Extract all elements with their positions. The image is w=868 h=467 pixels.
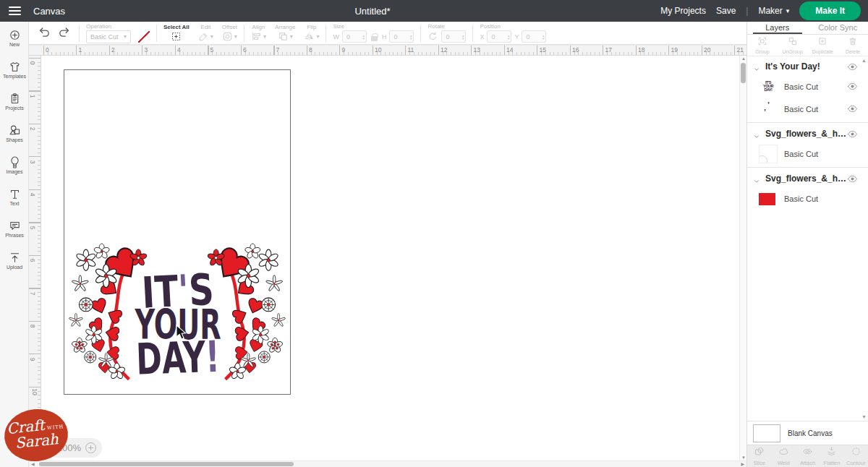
chevron-down-icon[interactable] bbox=[753, 175, 760, 182]
lock-icon[interactable] bbox=[371, 36, 378, 41]
align-button[interactable]: ▾ bbox=[251, 31, 266, 42]
color-swatch[interactable] bbox=[138, 31, 150, 43]
eye-visibility-icon[interactable] bbox=[847, 173, 858, 184]
scroll-left-arrow[interactable]: ◀ bbox=[31, 461, 35, 467]
arrange-button[interactable]: ▾ bbox=[278, 31, 293, 42]
eye-visibility-icon[interactable] bbox=[847, 61, 858, 72]
sidebar-item-label: Projects bbox=[5, 106, 23, 111]
layer-group-label: It's Your Day! bbox=[765, 61, 847, 72]
hamburger-menu-icon[interactable] bbox=[0, 0, 29, 22]
sidebar-item-label: Shapes bbox=[6, 137, 23, 142]
artboard[interactable]: IT'S YOUR DAY! bbox=[64, 69, 291, 395]
eye-visibility-icon[interactable] bbox=[847, 81, 858, 92]
flatten-button[interactable]: Flatten bbox=[820, 445, 843, 467]
vertical-scroll-thumb[interactable] bbox=[741, 63, 746, 83]
contour-button[interactable]: Contour bbox=[844, 445, 868, 467]
ruler-number: 14 bbox=[506, 46, 513, 53]
y-input[interactable]: 0▴▾ bbox=[522, 30, 546, 43]
rotate-icon bbox=[427, 31, 438, 42]
ruler-number: 1 bbox=[79, 46, 82, 53]
layer-group-row[interactable]: Svg_flowers_&_harts... bbox=[747, 125, 868, 142]
sidebar-item-text[interactable]: Text bbox=[0, 181, 29, 213]
select-all-button[interactable] bbox=[171, 31, 182, 42]
list-scroll-up-arrow[interactable]: ▲ bbox=[861, 58, 867, 63]
left-sidebar: NewTemplatesProjectsShapesImagesTextPhra… bbox=[0, 22, 29, 467]
boolean-actions-bar: SliceWeldAttachFlattenContour bbox=[747, 445, 868, 467]
blank-canvas-row[interactable]: Blank Canvas bbox=[747, 421, 868, 445]
rotate-input[interactable]: 0▴▾ bbox=[441, 30, 466, 43]
tab-layers[interactable]: Layers bbox=[747, 22, 808, 34]
x-input[interactable]: 0▴▾ bbox=[487, 30, 511, 43]
layer-row[interactable]: Basic Cut bbox=[747, 187, 868, 210]
projects-icon bbox=[9, 93, 21, 105]
attach-icon bbox=[802, 446, 813, 460]
ruler-number: 9 bbox=[29, 357, 36, 361]
weld-button[interactable]: Weld bbox=[771, 445, 795, 467]
layer-thumbnail-red-solid bbox=[759, 189, 778, 208]
action-label: Duplicate bbox=[812, 49, 833, 54]
document-title[interactable]: Untitled* bbox=[354, 6, 390, 17]
operation-select[interactable]: Basic Cut ▾ bbox=[86, 30, 131, 43]
attach-button[interactable]: Attach bbox=[796, 445, 820, 467]
undo-button[interactable] bbox=[38, 26, 51, 40]
ungroup-button[interactable]: UnGroup bbox=[778, 35, 808, 56]
chevron-down-icon[interactable] bbox=[753, 63, 760, 70]
delete-button[interactable]: Delete bbox=[838, 35, 868, 56]
width-input[interactable]: 0▴▾ bbox=[342, 30, 367, 43]
my-projects-link[interactable]: My Projects bbox=[660, 6, 706, 16]
operation-label: Operation bbox=[86, 23, 111, 30]
zoom-in-button[interactable] bbox=[85, 442, 96, 453]
redo-button[interactable] bbox=[58, 26, 71, 40]
templates-icon bbox=[9, 61, 21, 73]
edit-button[interactable]: ▾ bbox=[198, 31, 213, 42]
ruler-number: 4 bbox=[29, 193, 36, 197]
layer-group-row[interactable]: It's Your Day! bbox=[747, 58, 868, 75]
ruler-number: 15 bbox=[540, 46, 546, 53]
duplicate-button[interactable]: Duplicate bbox=[808, 35, 838, 56]
layer-row[interactable]: ’’Basic Cut bbox=[747, 98, 868, 120]
layer-linetype-label: Basic Cut bbox=[784, 82, 847, 91]
ruler-number: 3 bbox=[29, 160, 36, 163]
action-label: Flatten bbox=[823, 460, 840, 466]
sidebar-item-phrases[interactable]: Phrases bbox=[0, 213, 29, 244]
vertical-scrollbar[interactable]: ▲ ▼ bbox=[739, 56, 746, 460]
layer-list: ▲ ▼ It's Your Day!IT'SYOURDAY!Basic Cut’… bbox=[747, 56, 868, 421]
ruler-number: 16 bbox=[572, 46, 579, 53]
tab-color-sync[interactable]: Color Sync bbox=[808, 22, 868, 34]
its-your-day-design[interactable]: IT'S YOUR DAY! bbox=[64, 70, 290, 394]
operation-value: Basic Cut bbox=[90, 33, 119, 40]
upload-icon bbox=[9, 252, 21, 264]
slice-button[interactable]: Slice bbox=[747, 445, 771, 467]
sidebar-item-shapes[interactable]: Shapes bbox=[0, 117, 29, 149]
flip-button[interactable]: ▾ bbox=[304, 31, 319, 42]
layer-group-row[interactable]: Svg_flowers_&_harts... bbox=[747, 170, 868, 187]
panel-tabs: LayersColor Sync bbox=[747, 22, 868, 35]
chevron-down-icon[interactable] bbox=[753, 130, 760, 137]
sidebar-item-projects[interactable]: Projects bbox=[0, 85, 29, 117]
layer-group-label: Svg_flowers_&_harts... bbox=[765, 173, 847, 184]
list-scroll-down-arrow[interactable]: ▼ bbox=[861, 414, 867, 419]
horizontal-scroll-thumb[interactable] bbox=[39, 462, 294, 466]
layer-row[interactable]: Basic Cut bbox=[747, 142, 868, 165]
sidebar-item-new[interactable]: New bbox=[0, 22, 29, 53]
layer-row[interactable]: IT'SYOURDAY!Basic Cut bbox=[747, 75, 868, 98]
canvas-workspace[interactable]: IT'S YOUR DAY! bbox=[41, 56, 739, 460]
height-input[interactable]: 0▴▾ bbox=[389, 30, 414, 43]
sidebar-item-templates[interactable]: Templates bbox=[0, 53, 29, 85]
edit-label: Edit bbox=[200, 24, 210, 31]
eye-visibility-icon[interactable] bbox=[847, 129, 858, 140]
sidebar-item-images[interactable]: Images bbox=[0, 149, 29, 181]
ruler-number: 18 bbox=[638, 46, 644, 53]
new-icon bbox=[9, 29, 21, 41]
offset-button[interactable]: ▾ bbox=[222, 31, 237, 42]
eye-visibility-icon[interactable] bbox=[847, 103, 858, 114]
horizontal-scrollbar[interactable]: ◀ ▶ bbox=[29, 460, 746, 467]
sidebar-item-upload[interactable]: Upload bbox=[0, 244, 29, 276]
layer-thumbnail-text-dark: IT'SYOURDAY! bbox=[759, 77, 778, 96]
machine-selector[interactable]: Maker ▾ bbox=[758, 6, 789, 16]
make-it-button[interactable]: Make It bbox=[799, 1, 861, 20]
group-button[interactable]: Group bbox=[747, 35, 778, 56]
save-link[interactable]: Save bbox=[716, 6, 736, 16]
ruler-number: 12 bbox=[441, 46, 447, 53]
scroll-right-arrow[interactable]: ▶ bbox=[741, 461, 744, 467]
